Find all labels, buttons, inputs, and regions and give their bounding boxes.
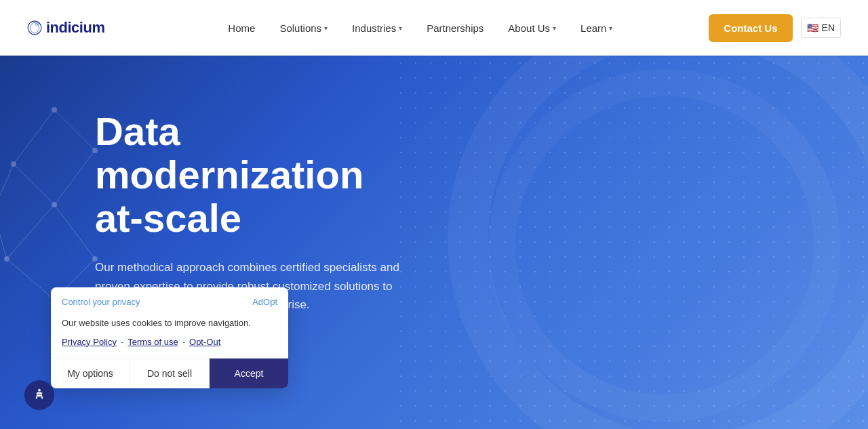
sep2: - — [182, 335, 185, 349]
do-not-sell-button[interactable]: Do not sell — [130, 359, 210, 388]
opt-out-link[interactable]: Opt-Out — [189, 335, 220, 349]
nav-home[interactable]: Home — [216, 0, 267, 56]
nav-industries[interactable]: Industries ▾ — [340, 0, 414, 56]
nav-about-us[interactable]: About Us ▾ — [496, 0, 568, 56]
solutions-chevron-icon: ▾ — [324, 24, 328, 32]
privacy-body-text: Our website uses cookies to improve navi… — [62, 316, 277, 330]
privacy-actions: My options Do not sell Accept — [51, 358, 288, 388]
nav-learn[interactable]: Learn ▾ — [568, 0, 625, 56]
sep1: - — [121, 335, 123, 349]
nav-links: Home Solutions ▾ Industries ▾ Partnershi… — [132, 0, 709, 56]
hero-section: Data modernization at-scale Our methodic… — [0, 56, 868, 429]
nav-right: Contact Us 🇺🇸 EN — [709, 14, 841, 42]
flag-icon: 🇺🇸 — [807, 22, 818, 33]
contact-us-button[interactable]: Contact Us — [709, 14, 792, 42]
privacy-title: Control your privacy — [62, 297, 140, 307]
learn-chevron-icon: ▾ — [609, 24, 612, 32]
industries-chevron-icon: ▾ — [399, 24, 402, 32]
hero-title: Data modernization at-scale — [95, 110, 441, 239]
language-selector[interactable]: 🇺🇸 EN — [801, 18, 841, 38]
accessibility-icon — [32, 388, 47, 403]
hero-globe-inner — [488, 69, 841, 422]
svg-point-20 — [38, 389, 41, 392]
privacy-popup: Control your privacy AdOpt Our website u… — [51, 287, 288, 388]
logo[interactable]: indicium — [27, 19, 104, 37]
nav-solutions[interactable]: Solutions ▾ — [267, 0, 340, 56]
my-options-button[interactable]: My options — [51, 359, 130, 388]
privacy-header: Control your privacy AdOpt — [51, 287, 288, 314]
brand-name: indicium — [46, 19, 104, 37]
navbar: indicium Home Solutions ▾ Industries ▾ P… — [0, 0, 868, 56]
terms-of-use-link[interactable]: Terms of use — [127, 335, 178, 349]
floating-accessibility-button[interactable] — [24, 380, 54, 410]
hero-content: Data modernization at-scale Our methodic… — [0, 56, 441, 314]
about-us-chevron-icon: ▾ — [553, 24, 556, 32]
privacy-policy-link[interactable]: Privacy Policy — [62, 335, 117, 349]
adopt-link[interactable]: AdOpt — [252, 297, 277, 307]
accept-button[interactable]: Accept — [210, 359, 288, 388]
privacy-body: Our website uses cookies to improve navi… — [51, 314, 288, 358]
nav-partnerships[interactable]: Partnerships — [414, 0, 496, 56]
privacy-links: Privacy Policy - Terms of use - Opt-Out — [62, 335, 277, 349]
